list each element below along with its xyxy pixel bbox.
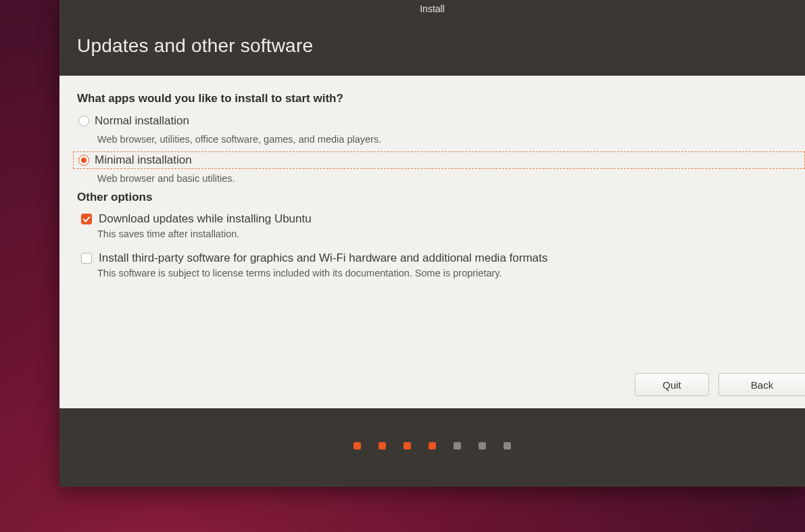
radio-minimal-label: Minimal installation (95, 153, 192, 167)
checkbox-download-updates-desc: This saves time after installation. (97, 228, 787, 239)
radio-normal-label: Normal installation (95, 114, 189, 128)
window-title: Install (59, 0, 805, 18)
progress-dot-3 (404, 442, 411, 450)
content-pane: What apps would you like to install to s… (59, 76, 805, 408)
button-bar: Quit Back (635, 373, 805, 396)
radio-normal-input[interactable] (78, 116, 89, 126)
back-button[interactable]: Back (718, 373, 805, 396)
progress-dot-4 (429, 442, 436, 450)
checkbox-download-updates[interactable]: Download updates while installing Ubuntu (81, 212, 787, 226)
progress-dot-2 (379, 442, 386, 450)
checkbox-third-party-input[interactable] (81, 253, 92, 264)
checkbox-third-party-label: Install third-party software for graphic… (99, 251, 547, 265)
other-options-heading: Other options (77, 191, 787, 204)
radio-minimal-installation[interactable]: Minimal installation (73, 151, 805, 169)
radio-minimal-input[interactable] (78, 155, 89, 166)
checkbox-download-updates-input[interactable] (81, 214, 92, 224)
installer-window: Install Updates and other software What … (59, 0, 805, 487)
radio-normal-desc: Web browser, utilities, office software,… (97, 134, 787, 145)
checkbox-third-party[interactable]: Install third-party software for graphic… (81, 251, 787, 265)
progress-dot-6 (479, 442, 486, 450)
checkbox-third-party-desc: This software is subject to license term… (97, 268, 787, 279)
radio-normal-installation[interactable]: Normal installation (77, 112, 787, 130)
page-header: Updates and other software (59, 18, 805, 76)
install-type-question: What apps would you like to install to s… (77, 92, 787, 105)
progress-dot-1 (353, 442, 361, 450)
page-title: Updates and other software (77, 35, 787, 57)
progress-dots (59, 408, 805, 483)
radio-minimal-desc: Web browser and basic utilities. (97, 173, 787, 184)
progress-dot-7 (504, 442, 511, 450)
progress-dot-5 (454, 442, 461, 450)
quit-button[interactable]: Quit (635, 373, 709, 396)
checkbox-download-updates-label: Download updates while installing Ubuntu (99, 212, 312, 226)
